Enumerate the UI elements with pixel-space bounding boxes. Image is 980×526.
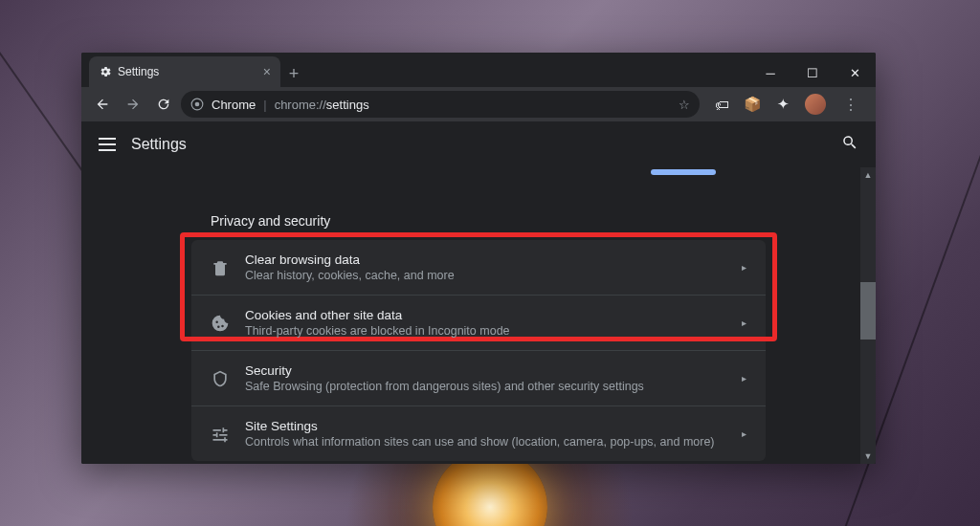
scroll-down-icon[interactable]: ▼	[860, 449, 876, 464]
chevron-right-icon: ▸	[742, 262, 746, 273]
omnibox-prefix: chrome://	[275, 98, 326, 112]
row-desc: Third-party cookies are blocked in Incog…	[245, 324, 726, 338]
gear-icon	[99, 65, 112, 78]
chevron-right-icon: ▸	[742, 373, 746, 384]
window-minimize-button[interactable]: ─	[749, 58, 791, 87]
close-tab-icon[interactable]: ×	[263, 64, 271, 79]
chevron-right-icon: ▸	[742, 428, 746, 439]
trash-icon	[211, 258, 230, 277]
page-title: Settings	[131, 136, 187, 153]
chevron-right-icon: ▸	[742, 318, 746, 328]
extension-box-icon[interactable]: 📦	[744, 96, 761, 113]
settings-search-button[interactable]	[841, 134, 858, 155]
reload-button[interactable]	[150, 91, 177, 118]
browser-toolbar: Chrome | chrome://settings ☆ 🏷 📦 ✦ ⋮	[81, 87, 876, 121]
settings-appbar: Settings	[81, 121, 876, 167]
profile-avatar[interactable]	[805, 94, 826, 115]
forward-button[interactable]	[120, 91, 146, 118]
row-clear-browsing-data[interactable]: Clear browsing data Clear history, cooki…	[191, 240, 766, 295]
browser-window: Settings × + ─ ☐ ✕ Chrome | chrome://set…	[81, 53, 876, 464]
new-tab-button[interactable]: +	[280, 60, 307, 87]
omnibox-path: settings	[326, 98, 369, 112]
row-title: Clear browsing data	[245, 252, 726, 267]
settings-content: Privacy and security Clear browsing data…	[81, 167, 876, 464]
shield-icon	[211, 369, 230, 388]
bookmark-star-icon[interactable]: ☆	[679, 98, 690, 112]
window-close-button[interactable]: ✕	[834, 58, 876, 87]
section-title: Privacy and security	[191, 204, 766, 240]
browser-menu-button[interactable]: ⋮	[839, 96, 862, 114]
partial-button-fragment	[651, 169, 716, 175]
titlebar: Settings × + ─ ☐ ✕	[81, 53, 876, 87]
privacy-security-section: Privacy and security Clear browsing data…	[191, 204, 766, 461]
row-title: Site Settings	[245, 419, 726, 433]
extensions-puzzle-icon[interactable]: ✦	[774, 96, 791, 113]
omnibox[interactable]: Chrome | chrome://settings ☆	[181, 91, 700, 118]
back-button[interactable]	[89, 91, 116, 118]
row-security[interactable]: Security Safe Browsing (protection from …	[191, 350, 766, 405]
row-cookies[interactable]: Cookies and other site data Third-party …	[191, 295, 766, 350]
scroll-up-icon[interactable]: ▲	[860, 167, 876, 183]
browser-tab-settings[interactable]: Settings ×	[89, 56, 280, 87]
window-maximize-button[interactable]: ☐	[791, 58, 834, 87]
row-title: Cookies and other site data	[245, 308, 726, 322]
chrome-icon	[190, 98, 204, 111]
extension-tag-icon[interactable]: 🏷	[713, 96, 730, 113]
hamburger-menu-button[interactable]	[99, 138, 116, 151]
scrollbar[interactable]: ▲ ▼	[860, 167, 876, 464]
row-desc: Controls what information sites can use …	[245, 435, 726, 449]
tab-title: Settings	[118, 65, 159, 78]
row-desc: Safe Browsing (protection from dangerous…	[245, 380, 726, 393]
svg-point-1	[195, 102, 200, 107]
row-site-settings[interactable]: Site Settings Controls what information …	[191, 405, 766, 461]
cookie-icon	[211, 314, 230, 333]
sliders-icon	[211, 425, 230, 444]
row-title: Security	[245, 363, 726, 378]
row-desc: Clear history, cookies, cache, and more	[245, 269, 726, 282]
scroll-thumb[interactable]	[860, 282, 876, 340]
omnibox-scheme: Chrome	[212, 98, 256, 112]
